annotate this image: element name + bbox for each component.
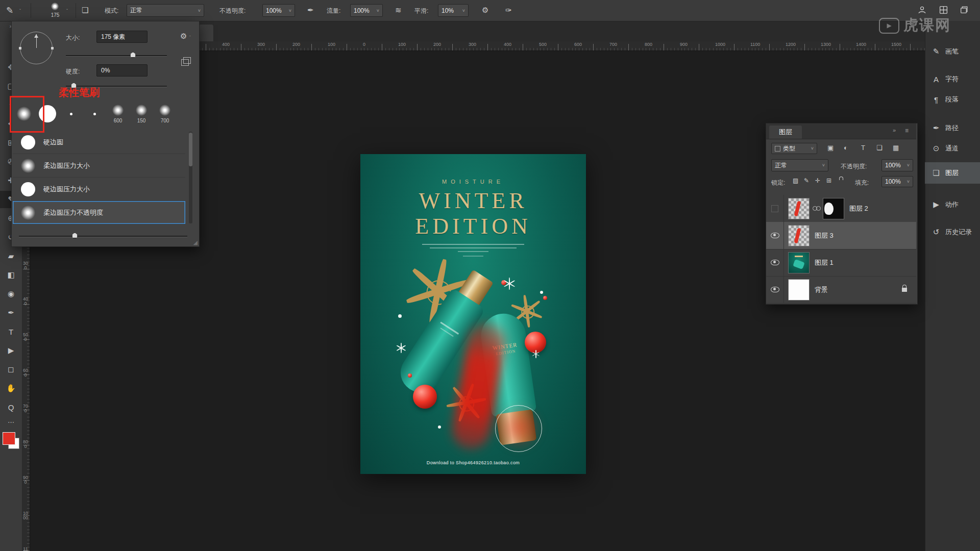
toolbar-ellipsis-icon[interactable]: ⋯ [0,418,22,426]
hardness-value[interactable]: 0% [96,64,148,77]
brush-preset-size: 175 [47,12,63,18]
layer-thumbnail[interactable] [788,252,810,273]
brush-list-label: 硬边圆 [43,138,63,147]
popup-gear-icon[interactable]: ⚙ [180,32,187,41]
visibility-toggle[interactable] [766,195,784,222]
document-tab-fragment[interactable] [199,24,214,42]
brush-list-item-soft-pressure-opacity[interactable]: 柔边圆压力不透明度 [13,201,185,224]
lock-transparent-icon[interactable]: ▨ [793,177,798,184]
brush-preset-700[interactable]: 700 [154,98,176,130]
dock-item-character[interactable]: A 字符 [925,68,980,90]
layer-row-1[interactable]: 图层 1 [766,249,916,277]
account-icon[interactable] [918,6,926,16]
popup-bottom-slider[interactable] [19,236,187,237]
eye-hidden-icon [771,205,778,212]
filter-pixel-icon[interactable]: ▣ [827,144,834,152]
poster-title-2: EDITION [360,213,586,239]
smooth-value: 10% [442,7,454,14]
brush-size-slider-thumb[interactable] [130,52,136,58]
brush-angle-icon[interactable]: ✑ [505,6,512,15]
dock-item-paragraph[interactable]: ¶ 段落 [925,89,980,110]
panel-menu-icon[interactable]: ≡ [905,127,909,134]
tool-shape[interactable]: ◻ [0,361,22,378]
layer-name[interactable]: 图层 2 [849,204,868,213]
brush-preset-150[interactable]: 150 [130,98,153,130]
brush-list-item-hard-pressure-size[interactable]: 硬边圆压力大小 [13,178,185,201]
toggle-brush-panel-icon[interactable]: ❏ [82,6,88,15]
brush-preset-tiny2[interactable] [83,98,106,130]
visibility-toggle[interactable] [766,222,784,249]
dock-item-history[interactable]: ↺ 历史记录 [925,221,980,243]
layer-thumbnail[interactable] [788,198,810,219]
pressure-opacity-icon[interactable]: ✒ [307,6,314,15]
smoothing-gear-icon[interactable]: ⚙ [482,6,488,15]
popup-gear-caret-icon[interactable]: ˇ [189,35,191,39]
brush-list-item-hard-round[interactable]: 硬边圆 [13,131,185,154]
filter-adjust-icon[interactable]: ◐ [844,144,848,152]
brush-preset-tiny1[interactable] [60,98,82,130]
foreground-color-swatch[interactable] [3,432,15,445]
brush-preset-600[interactable]: 600 [107,98,129,130]
lock-artboard-icon[interactable]: ⊞ [826,177,831,184]
filter-shape-icon[interactable]: ❏ [876,144,883,152]
brush-angle-dial[interactable] [20,32,53,64]
ruler-mark: 300 [469,42,476,47]
smooth-dropdown[interactable]: 10% [438,4,469,17]
popup-resize-grip-icon[interactable]: ◢ [193,239,198,246]
visibility-toggle[interactable] [766,276,784,303]
tool-blur[interactable]: ◉ [0,285,22,303]
flow-dropdown[interactable]: 100% [350,4,383,17]
panel-collapse-icon[interactable]: » [893,127,896,133]
lock-paint-icon[interactable]: ✎ [804,177,809,184]
layers-tab[interactable]: 图层 [769,126,802,139]
brush-size-value[interactable]: 175 像素 [96,31,148,43]
layer-name[interactable]: 背景 [815,285,828,294]
layer-opacity-dropdown[interactable]: 100% [881,159,913,171]
poster-document[interactable]: WINTER EDITION MOISTURE WINTER EDITION D… [360,154,586,474]
dock-item-channels[interactable]: ⊙ 通道 [925,138,980,159]
dock-item-layers[interactable]: ❏ 图层 [925,162,980,184]
layer-filter-dropdown[interactable]: 类型 [771,143,817,154]
layer-name[interactable]: 图层 3 [815,231,834,240]
blend-mode-dropdown[interactable]: 正常 [771,159,828,171]
layer-mask-thumbnail[interactable] [823,198,844,219]
layer-thumbnail[interactable] [788,225,810,246]
new-preset-icon[interactable] [181,59,189,66]
filter-type-icon[interactable]: T [861,144,865,152]
tool-hand[interactable]: ✋ [0,380,22,397]
tool-pen[interactable]: ✒ [0,304,22,321]
visibility-toggle[interactable] [766,249,784,276]
brush-tool-icon[interactable]: ✎ [6,5,13,16]
workspace-grid-icon[interactable] [939,6,948,16]
mode-dropdown[interactable]: 正常 [127,4,204,17]
brush-preset-caret-icon[interactable]: ˇ [66,8,68,13]
scrollbar-thumb[interactable] [189,133,192,166]
tool-preset-caret-icon[interactable]: ˇ [19,8,21,13]
fill-dropdown[interactable]: 100% [881,176,913,187]
layer-thumbnail[interactable] [788,279,810,300]
tool-type[interactable]: T [0,323,22,340]
ruler-mark: 1200 [786,42,796,47]
maximize-icon[interactable] [960,6,968,16]
ruler-mark: 400 [23,297,28,306]
popup-bottom-slider-thumb[interactable] [72,233,78,238]
dock-item-paths[interactable]: ✒ 路径 [925,117,980,139]
tool-eraser[interactable]: ▰ [0,247,22,265]
layer-name[interactable]: 图层 1 [815,258,834,267]
tool-zoom[interactable]: Q [0,398,22,416]
brush-preset-dot[interactable] [51,3,59,10]
tool-gradient[interactable]: ◧ [0,266,22,284]
layer-row-2[interactable]: 图层 2 [766,195,916,222]
dock-item-actions[interactable]: ▶ 动作 [925,194,980,215]
lock-position-icon[interactable]: ✛ [815,177,820,184]
filter-smart-icon[interactable]: ▦ [893,144,899,152]
brush-list-scrollbar[interactable] [189,132,192,223]
brush-list-item-soft-pressure-size[interactable]: 柔边圆压力大小 [13,154,185,178]
tool-path-select[interactable]: ▶ [0,342,22,359]
dock-item-brush[interactable]: ✎ 画笔 [925,41,980,62]
brush-size-slider[interactable] [66,55,167,57]
layer-row-background[interactable]: 背景 [766,276,916,304]
layer-row-3-selected[interactable]: 图层 3 [766,222,916,249]
opacity-dropdown[interactable]: 100% [262,4,295,17]
airbrush-icon[interactable]: ≋ [395,6,402,15]
